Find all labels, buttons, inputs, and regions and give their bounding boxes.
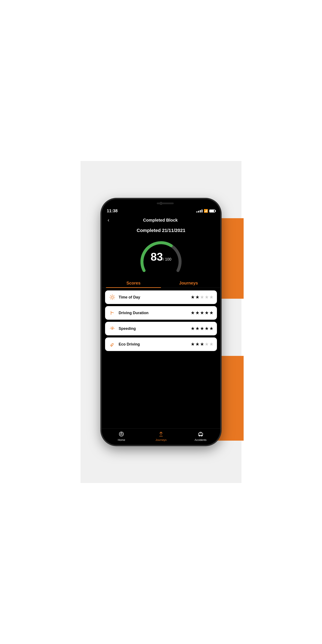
completion-date: Completed 21/11/2021: [102, 225, 220, 237]
score-item-speeding[interactable]: Speeding ★ ★ ★ ★ ★: [105, 322, 217, 335]
gauge-score: 83/ 100: [150, 251, 172, 262]
battery-fill: [210, 210, 214, 212]
battery-icon: [209, 210, 215, 212]
journeys-icon: [158, 431, 164, 438]
svg-line-5: [110, 296, 111, 296]
star-1: ★: [191, 310, 195, 316]
gauge-wrapper: 83/ 100: [138, 237, 184, 275]
header: ‹ Completed Block: [102, 214, 220, 225]
screen: ‹ Completed Block Completed 21/11/2021: [102, 214, 220, 445]
star-3: ★: [200, 294, 204, 300]
status-time: 11:38: [107, 208, 118, 213]
tabs: Scores Journeys: [102, 278, 220, 288]
home-label: Home: [118, 438, 125, 442]
phone-top-bar: [102, 199, 220, 208]
star-4: ★: [205, 342, 209, 347]
accidents-icon: [197, 431, 204, 438]
nav-item-home[interactable]: Home: [102, 431, 141, 442]
screen-spacer: [102, 354, 220, 428]
stars-eco-driving: ★ ★ ★ ★ ★: [191, 342, 214, 347]
status-icons: 📶: [196, 209, 215, 213]
star-3: ★: [200, 326, 204, 331]
journeys-label: Journeys: [156, 438, 167, 442]
stars-speeding: ★ ★ ★ ★ ★: [191, 326, 214, 331]
bottom-nav: Home Journeys: [102, 428, 220, 445]
score-label-speeding: Speeding: [119, 326, 188, 331]
star-2: ★: [195, 310, 200, 316]
star-1: ★: [191, 342, 195, 347]
stars-time-of-day: ★ ★ ★ ★ ★: [191, 294, 214, 300]
nav-item-journeys[interactable]: Journeys: [141, 431, 181, 442]
svg-point-11: [120, 433, 122, 435]
gauge-max: / 100: [163, 257, 172, 262]
tab-scores[interactable]: Scores: [106, 278, 161, 288]
home-icon: [118, 431, 125, 438]
gauge-container: 83/ 100: [102, 237, 220, 278]
score-label-driving-duration: Driving Duration: [119, 311, 188, 315]
svg-line-6: [114, 299, 114, 299]
star-4: ★: [205, 310, 209, 316]
status-bar: 11:38 📶: [102, 208, 220, 214]
star-5: ★: [209, 310, 214, 316]
tab-journeys[interactable]: Journeys: [161, 278, 216, 288]
star-4: ★: [205, 326, 209, 331]
svg-point-0: [111, 296, 113, 298]
nav-item-accidents[interactable]: Accidents: [181, 431, 220, 442]
star-2: ★: [195, 294, 200, 300]
svg-line-7: [114, 296, 114, 296]
time-of-day-icon: [108, 294, 116, 301]
accidents-label: Accidents: [194, 438, 206, 442]
star-3: ★: [200, 342, 204, 347]
star-5: ★: [209, 326, 214, 331]
score-label-time-of-day: Time of Day: [119, 295, 188, 300]
star-5: ★: [209, 294, 214, 300]
page-wrapper: 11:38 📶 ‹ Completed Block: [80, 161, 242, 483]
gauge-number: 83: [150, 250, 163, 263]
wifi-icon: 📶: [204, 209, 208, 213]
phone-speaker: [157, 202, 174, 204]
eco-driving-icon: [108, 340, 116, 348]
star-5: ★: [209, 342, 214, 347]
back-button[interactable]: ‹: [106, 217, 111, 224]
scores-list: Time of Day ★ ★ ★ ★ ★: [102, 288, 220, 354]
star-2: ★: [195, 342, 200, 347]
svg-line-8: [110, 299, 111, 299]
score-label-eco-driving: Eco Driving: [119, 342, 188, 346]
signal-icon: [196, 210, 202, 212]
phone-shell: 11:38 📶 ‹ Completed Block: [102, 199, 220, 445]
star-3: ★: [200, 310, 204, 316]
driving-duration-icon: [108, 309, 116, 317]
star-1: ★: [191, 326, 195, 331]
star-1: ★: [191, 294, 195, 300]
score-item-eco-driving[interactable]: Eco Driving ★ ★ ★ ★ ★: [105, 338, 217, 351]
header-title: Completed Block: [111, 218, 210, 223]
score-item-time-of-day[interactable]: Time of Day ★ ★ ★ ★ ★: [105, 290, 217, 304]
star-4: ★: [205, 294, 209, 300]
speeding-icon: [108, 325, 116, 332]
star-2: ★: [195, 326, 200, 331]
score-item-driving-duration[interactable]: Driving Duration ★ ★ ★ ★ ★: [105, 306, 217, 320]
stars-driving-duration: ★ ★ ★ ★ ★: [191, 310, 214, 316]
